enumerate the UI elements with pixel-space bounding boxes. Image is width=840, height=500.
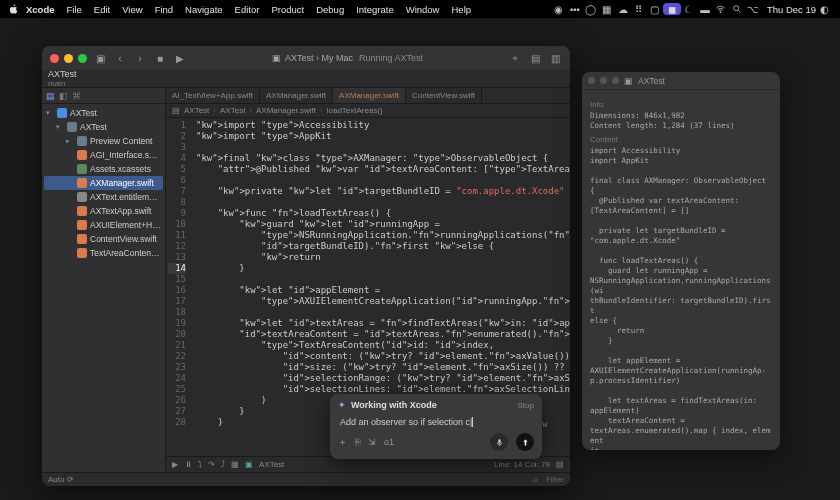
assist-stop-button[interactable]: Stop [518,401,534,410]
project-tree: ▾AXTest▾AXTest▸Preview ContentAGI_Interf… [42,104,165,262]
debug-stepover-icon[interactable]: ↷ [208,460,215,469]
assist-model[interactable]: o1 [384,437,394,447]
debug-play-icon[interactable]: ▶ [172,460,178,469]
stop-icon[interactable]: ■ [153,51,167,65]
menu-app[interactable]: Xcode [20,4,61,15]
send-button[interactable] [516,433,534,451]
run-icon[interactable]: ▶ [173,51,187,65]
menu-view[interactable]: View [116,4,148,15]
forward-icon[interactable]: › [133,51,147,65]
disclosure-icon[interactable]: ▾ [56,123,64,131]
assist-expand-icon[interactable]: ⇲ [368,437,376,447]
svg-point-0 [720,11,721,12]
back-icon[interactable]: ‹ [113,51,127,65]
status-battery-icon[interactable]: ▬ [697,4,713,15]
tree-item-label: Assets.xcassets [90,164,161,174]
macos-menubar: Xcode File Edit View Find Navigate Edito… [0,0,840,18]
swift-icon [77,248,87,258]
status-siri-icon[interactable]: ◐ [816,4,832,15]
tree-item[interactable]: ▾AXTest [44,106,163,120]
menu-navigate[interactable]: Navigate [179,4,229,15]
status-dots-icon[interactable]: ••• [567,4,583,15]
editor-tab[interactable]: ContentView.swift [406,88,482,103]
tree-item-label: ContentView.swift [90,234,161,244]
insp-zoom-button[interactable] [612,77,619,84]
status-grid-icon[interactable]: ▦ [599,4,615,15]
menu-editor[interactable]: Editor [229,4,266,15]
status-search-icon[interactable] [729,4,745,14]
project-nav-tab-icon[interactable]: ▤ [46,91,55,101]
tree-item[interactable]: AXText.entitlements [44,190,163,204]
menu-file[interactable]: File [61,4,88,15]
line-gutter[interactable]: 1234567891011121314151617181920212223242… [166,118,192,456]
tree-item[interactable]: AXUIElement+Helpers.swift [44,218,163,232]
svg-point-1 [734,6,739,11]
assist-add-icon[interactable]: ＋ [338,436,347,449]
tree-item-label: AXText.entitlements [90,192,161,202]
svg-rect-2 [498,439,500,444]
disclosure-icon[interactable]: ▸ [66,137,74,145]
source-nav-tab-icon[interactable]: ◧ [59,91,68,101]
inspectors-toggle-icon[interactable]: ▥ [548,51,562,65]
status-wifi-icon[interactable] [713,4,729,15]
debug-stepout-icon[interactable]: ⤴ [221,460,225,469]
insp-close-button[interactable] [588,77,595,84]
minimize-button[interactable] [64,54,73,63]
debug-step-icon[interactable]: ⤵ [198,460,202,469]
debug-pause-icon[interactable]: ⏸ [184,460,192,469]
status-eye-icon[interactable]: ◉ [551,4,567,15]
auto-label[interactable]: Auto ⟳ [48,475,74,484]
branch-name: main [48,79,77,88]
status-dots2-icon[interactable]: ⠿ [631,4,647,15]
status-control-center-icon[interactable]: ⌥ [745,4,761,15]
status-cloud-icon[interactable]: ☁ [615,4,631,15]
tree-item[interactable]: AGI_Interface.swift [44,148,163,162]
debug-views-icon[interactable]: ▦ [231,460,239,469]
scheme-selector[interactable]: ▣ AXTest › My Mac Running AXTest [193,53,502,63]
status-record-icon[interactable]: ◼ [663,3,681,15]
menu-find[interactable]: Find [149,4,179,15]
close-button[interactable] [50,54,59,63]
library-icon[interactable]: ▤ [528,51,542,65]
tree-item-label: AXTest [80,122,161,132]
inspector-window: ▣ AXTest Info Dimensions: 846x1,982 Cont… [582,72,780,450]
status-cast-icon[interactable]: ▢ [647,4,663,15]
zoom-button[interactable] [78,54,87,63]
mic-button[interactable] [490,433,508,451]
content-header: Content [590,135,772,144]
assist-context-icon[interactable]: ⎘ [355,437,360,447]
apple-menu-icon[interactable] [8,4,20,14]
tree-item[interactable]: ▸Preview Content [44,134,163,148]
menu-window[interactable]: Window [400,4,446,15]
disclosure-icon[interactable]: ▾ [46,109,54,117]
tree-item[interactable]: ContentView.swift [44,232,163,246]
tree-item[interactable]: AXManager.swift [44,176,163,190]
assist-input[interactable]: Add an observer so if selection c| [338,414,534,433]
tree-item-label: AXTextApp.swift [90,206,161,216]
editor-tab[interactable]: AXManager.swift [333,88,406,103]
menu-integrate[interactable]: Integrate [350,4,400,15]
menu-debug[interactable]: Debug [310,4,350,15]
tree-item[interactable]: AXTextApp.swift [44,204,163,218]
filter-field[interactable]: Filter [546,475,564,484]
tree-item[interactable]: ▾AXTest [44,120,163,134]
tree-item[interactable]: TextAreaContent.swift [44,246,163,260]
navigator-tabs[interactable]: ▤ ◧ ⌘ [42,88,165,104]
add-icon[interactable]: ＋ [508,51,522,65]
editor-tab[interactable]: AI_TextView+App.swift [166,88,260,103]
status-moon-icon[interactable]: ☾ [681,4,697,15]
menu-help[interactable]: Help [445,4,477,15]
insp-min-button[interactable] [600,77,607,84]
menu-edit[interactable]: Edit [88,4,116,15]
menu-product[interactable]: Product [265,4,310,15]
symbol-nav-tab-icon[interactable]: ⌘ [72,91,81,101]
swift-icon [77,234,87,244]
editor-tab[interactable]: AXManager.swift [260,88,333,103]
tree-item[interactable]: Assets.xcassets [44,162,163,176]
debug-console-icon[interactable]: ▤ [556,460,564,469]
filter-icon[interactable]: ⌕ [533,475,538,484]
jump-bar[interactable]: ▤ AXTest› AXTest› AXManager.swift› loadT… [166,104,570,118]
status-circle-icon[interactable]: ◯ [583,4,599,15]
nav-toggle-icon[interactable]: ▣ [93,51,107,65]
menubar-clock[interactable]: Thu Dec 19 [761,4,816,15]
